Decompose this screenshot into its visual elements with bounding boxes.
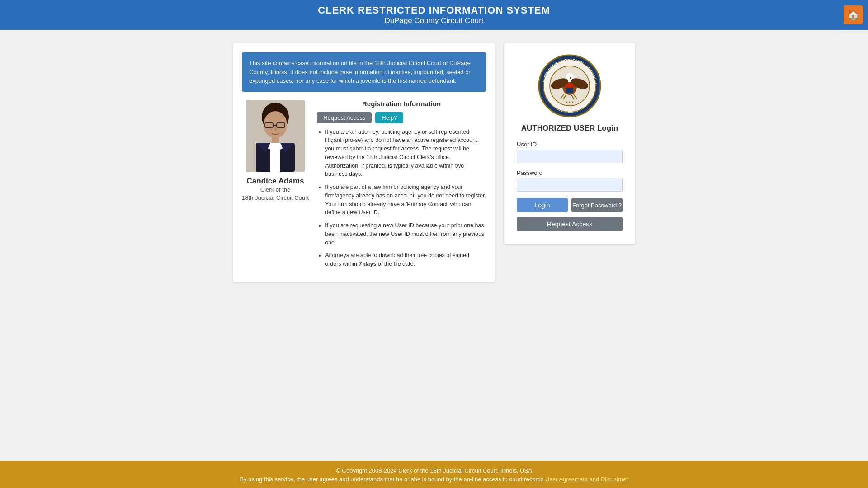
footer-agreement: By using this service, the user agrees a… bbox=[0, 476, 868, 483]
footer-agreement-prefix: By using this service, the user agrees a… bbox=[240, 476, 545, 483]
user-id-group: User ID bbox=[517, 141, 623, 163]
user-id-label: User ID bbox=[517, 141, 623, 148]
svg-point-6 bbox=[274, 127, 277, 131]
login-btn-row: Login Forgot Password ? bbox=[517, 198, 623, 212]
authorized-title: AUTHORIZED USER Login bbox=[521, 124, 618, 133]
reg-bullet-1: If you are an attorney, policing agency … bbox=[325, 128, 486, 179]
clerk-photo bbox=[246, 100, 305, 172]
reg-bullet-2: If you are part of a law firm or policin… bbox=[325, 183, 486, 217]
reg-bullet-3: If you are requesting a new User ID beca… bbox=[325, 221, 486, 247]
password-group: Password bbox=[517, 169, 623, 192]
registration-info: Registration Information Request Access … bbox=[317, 100, 486, 273]
bold-days: 7 days bbox=[359, 261, 376, 267]
svg-text:★ ★ ★: ★ ★ ★ bbox=[566, 101, 574, 103]
svg-rect-7 bbox=[272, 137, 279, 143]
header: CLERK RESTRICTED INFORMATION SYSTEM DuPa… bbox=[0, 0, 868, 30]
clerk-title-line1: Clerk of the bbox=[260, 186, 290, 194]
clerk-photo-area: Candice Adams Clerk of the 18th Judicial… bbox=[242, 100, 309, 273]
left-panel: This site contains case information on f… bbox=[233, 43, 495, 282]
reg-btn-row: Request Access Help? bbox=[317, 112, 486, 123]
footer: © Copyright 2008-2024 Clerk of the 18th … bbox=[0, 461, 868, 488]
user-agreement-link[interactable]: User Agreement and Disclaimer bbox=[545, 476, 628, 483]
login-button[interactable]: Login bbox=[517, 198, 568, 212]
right-panel: ★ ★ ★ CLERK OF THE CIRCUIT COURT • STATE… bbox=[504, 43, 635, 244]
help-button[interactable]: Help? bbox=[375, 112, 403, 123]
request-access-button[interactable]: Request Access bbox=[517, 217, 623, 231]
registration-list: If you are an attorney, policing agency … bbox=[317, 128, 486, 268]
password-label: Password bbox=[517, 169, 623, 176]
clerk-title-line2: 18th Judicial Circuit Court bbox=[242, 194, 309, 202]
seal-container: ★ ★ ★ CLERK OF THE CIRCUIT COURT • STATE… bbox=[538, 54, 601, 117]
user-id-input[interactable] bbox=[517, 150, 623, 163]
svg-point-20 bbox=[570, 77, 571, 79]
clerk-name: Candice Adams bbox=[247, 177, 304, 186]
password-input[interactable] bbox=[517, 178, 623, 192]
registration-title: Registration Information bbox=[317, 100, 486, 108]
notice-text: This site contains case information on f… bbox=[249, 60, 471, 84]
svg-rect-24 bbox=[566, 84, 573, 88]
request-access-small-button[interactable]: Request Access bbox=[317, 112, 372, 123]
header-title: CLERK RESTRICTED INFORMATION SYSTEM bbox=[0, 5, 868, 16]
footer-copyright: © Copyright 2008-2024 Clerk of the 18th … bbox=[0, 467, 868, 474]
notice-box: This site contains case information on f… bbox=[242, 52, 486, 92]
reg-bullet-4: Attorneys are able to download their fre… bbox=[325, 251, 486, 268]
forgot-password-button[interactable]: Forgot Password ? bbox=[571, 198, 623, 212]
main-content: This site contains case information on f… bbox=[0, 30, 868, 461]
home-button[interactable]: 🏠 bbox=[844, 5, 863, 24]
info-section: Candice Adams Clerk of the 18th Judicial… bbox=[242, 100, 486, 273]
court-seal: ★ ★ ★ CLERK OF THE CIRCUIT COURT • STATE… bbox=[538, 54, 601, 117]
header-subtitle: DuPage County Circuit Court bbox=[0, 16, 868, 25]
svg-rect-9 bbox=[270, 143, 280, 172]
